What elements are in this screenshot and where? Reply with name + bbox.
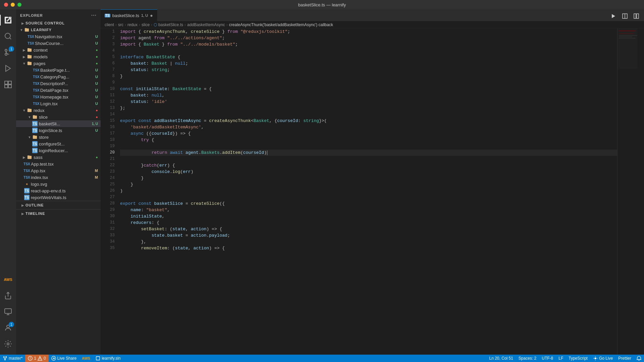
breadcrumb-callback[interactable]: createAsyncThunk('basket/addBasketItemAs… bbox=[229, 22, 333, 27]
line-num-11: 11 bbox=[103, 92, 115, 99]
file-logo[interactable]: ✦ logo.svg bbox=[16, 181, 101, 187]
activity-remote[interactable] bbox=[0, 304, 16, 320]
file-label: DetailPage.tsx bbox=[40, 88, 95, 93]
folder-badge: ● bbox=[96, 155, 98, 159]
activity-run[interactable] bbox=[0, 60, 16, 76]
status-golive[interactable]: Go Live bbox=[590, 355, 615, 362]
breadcrumb-redux[interactable]: redux bbox=[127, 22, 138, 27]
ts-icon: TS bbox=[24, 195, 30, 200]
line-num-7: 7 bbox=[103, 67, 115, 73]
code-line-16: 'basket/addBasketItemAsync', bbox=[120, 124, 617, 130]
status-spaces[interactable]: Spaces: 2 bbox=[516, 355, 539, 362]
outline-header[interactable]: ▶ OUTLINE bbox=[16, 201, 101, 209]
source-control-section[interactable]: ▶ SOURCE CONTROL bbox=[16, 20, 101, 26]
folder-redux[interactable]: ▼ redux ● bbox=[16, 107, 101, 114]
activity-aws[interactable]: AWS bbox=[0, 272, 16, 288]
folder-slice[interactable]: ▼ slice ● bbox=[16, 114, 101, 120]
code-line-10: const initialState: BasketState = { bbox=[120, 86, 617, 92]
minimize-button[interactable] bbox=[11, 3, 15, 7]
line-num-18: 18 bbox=[103, 137, 115, 143]
file-configurestore[interactable]: TS configureSt... bbox=[16, 140, 101, 147]
encoding-text: UTF-8 bbox=[542, 356, 553, 361]
folder-store[interactable]: ▼ store bbox=[16, 134, 101, 140]
status-aws[interactable]: AWS bbox=[79, 355, 93, 362]
status-errors[interactable]: 1 0 bbox=[25, 355, 48, 362]
tab-bar: TS basketSlice.ts 1, U ● bbox=[101, 9, 644, 21]
explorer-more-icon[interactable]: ⋯ bbox=[91, 12, 97, 18]
line-num-33: 33 bbox=[103, 232, 115, 239]
file-loginreducer[interactable]: TS loginReducer... bbox=[16, 147, 101, 154]
svg-rect-7 bbox=[8, 81, 11, 84]
svg-rect-6 bbox=[5, 81, 8, 84]
tab-basketslice[interactable]: TS basketSlice.ts 1, U ● bbox=[101, 9, 157, 21]
status-learnify[interactable]: learnify.sln bbox=[93, 355, 123, 362]
line-num-24: 24 bbox=[103, 175, 115, 181]
status-prettier[interactable]: Prettier bbox=[615, 355, 634, 362]
line-num-28: 28 bbox=[103, 200, 115, 207]
status-line-ending[interactable]: LF bbox=[556, 355, 566, 362]
file-basketpage[interactable]: TSX BasketPage.t... U bbox=[16, 67, 101, 73]
file-homepage[interactable]: TSX Homepage.tsx U bbox=[16, 94, 101, 100]
timeline-section: ▶ TIMELINE bbox=[16, 209, 101, 218]
run-icon[interactable] bbox=[608, 11, 619, 21]
activity-explorer[interactable] bbox=[0, 12, 16, 28]
ts-icon: TS bbox=[32, 121, 38, 126]
line-num-25: 25 bbox=[103, 181, 115, 188]
project-root[interactable]: ▼ LEARNIFY bbox=[16, 26, 101, 33]
code-content[interactable]: import { createAsyncThunk, createSlice }… bbox=[117, 28, 617, 355]
file-apptest[interactable]: TSX App.test.tsx bbox=[16, 161, 101, 167]
breadcrumb-client[interactable]: client bbox=[105, 22, 114, 27]
file-navigation[interactable]: TSX Navigation.tsx U bbox=[16, 33, 101, 40]
file-descriptionpage[interactable]: TSX DescriptionP... U bbox=[16, 80, 101, 87]
status-language[interactable]: TypeScript bbox=[566, 355, 590, 362]
breadcrumb-src[interactable]: src bbox=[118, 22, 123, 27]
maximize-button[interactable] bbox=[17, 3, 21, 7]
folder-sass[interactable]: ▶ sass ● bbox=[16, 154, 101, 161]
timeline-header[interactable]: ▶ TIMELINE bbox=[16, 209, 101, 218]
status-branch[interactable]: master* bbox=[0, 355, 25, 362]
file-app[interactable]: TSX App.tsx M bbox=[16, 167, 101, 174]
activity-extensions[interactable] bbox=[0, 76, 16, 93]
status-encoding[interactable]: UTF-8 bbox=[539, 355, 556, 362]
breadcrumb-filename[interactable]: basketSlice.ts bbox=[158, 22, 183, 27]
activity-account[interactable]: 1 bbox=[0, 320, 16, 336]
position-text: Ln 20, Col 51 bbox=[489, 356, 513, 361]
split-icon[interactable] bbox=[631, 11, 641, 21]
sidebar: EXPLORER ⋯ ▶ SOURCE CONTROL ▼ LEARNIFY T… bbox=[16, 9, 101, 355]
file-loginslice[interactable]: TS loginSlice.ts U bbox=[16, 127, 101, 134]
file-basketslice[interactable]: TS basketSli... 1, U bbox=[16, 120, 101, 127]
file-login[interactable]: TSX Login.tsx U bbox=[16, 100, 101, 107]
folder-badge: ● bbox=[96, 108, 98, 112]
folder-context[interactable]: ▶ context ● bbox=[16, 47, 101, 53]
file-detailpage[interactable]: TSX DetailPage.tsx U bbox=[16, 87, 101, 94]
file-reactappenv[interactable]: TS react-app-env.d.ts bbox=[16, 187, 101, 194]
svg-rect-9 bbox=[8, 85, 11, 88]
file-reportwebvitals[interactable]: TS reportWebVitals.ts bbox=[16, 194, 101, 201]
status-notifications[interactable] bbox=[634, 355, 644, 362]
status-liveshare[interactable]: Live Share bbox=[49, 355, 79, 362]
breadcrumb-slice[interactable]: slice bbox=[142, 22, 150, 27]
code-editor[interactable]: 1 2 3 4 5 6 7 8 9 10 11 12 13 14 15 16 1… bbox=[101, 28, 644, 355]
activity-search[interactable] bbox=[0, 28, 16, 44]
activity-settings[interactable] bbox=[0, 336, 16, 352]
layout-icon[interactable] bbox=[620, 11, 630, 21]
golive-text: Go Live bbox=[599, 356, 613, 361]
ts-icon: TS bbox=[24, 188, 30, 193]
line-num-13: 13 bbox=[103, 105, 115, 111]
activity-liveshare[interactable] bbox=[0, 288, 16, 304]
status-position[interactable]: Ln 20, Col 51 bbox=[486, 355, 516, 362]
folder-pages[interactable]: ▼ pages ● bbox=[16, 60, 101, 67]
activity-source-control[interactable]: 1 bbox=[0, 44, 16, 60]
explorer-header[interactable]: EXPLORER ⋯ bbox=[16, 9, 101, 20]
svg-point-24 bbox=[40, 359, 40, 360]
file-badge: U bbox=[95, 75, 98, 79]
breadcrumb-function[interactable]: addBasketItemAsync bbox=[187, 22, 225, 27]
file-showcourse[interactable]: TSX ShowCourse... U bbox=[16, 40, 101, 47]
folder-badge: ● bbox=[96, 48, 98, 52]
window-controls[interactable] bbox=[4, 3, 21, 7]
close-button[interactable] bbox=[4, 3, 8, 7]
file-categorypage[interactable]: TSX CategoryPag... U bbox=[16, 73, 101, 80]
code-line-28: export const basketSlice = createSlice({ bbox=[120, 200, 617, 207]
folder-models[interactable]: ▶ models ● bbox=[16, 53, 101, 60]
file-index[interactable]: TSX index.tsx M bbox=[16, 174, 101, 181]
